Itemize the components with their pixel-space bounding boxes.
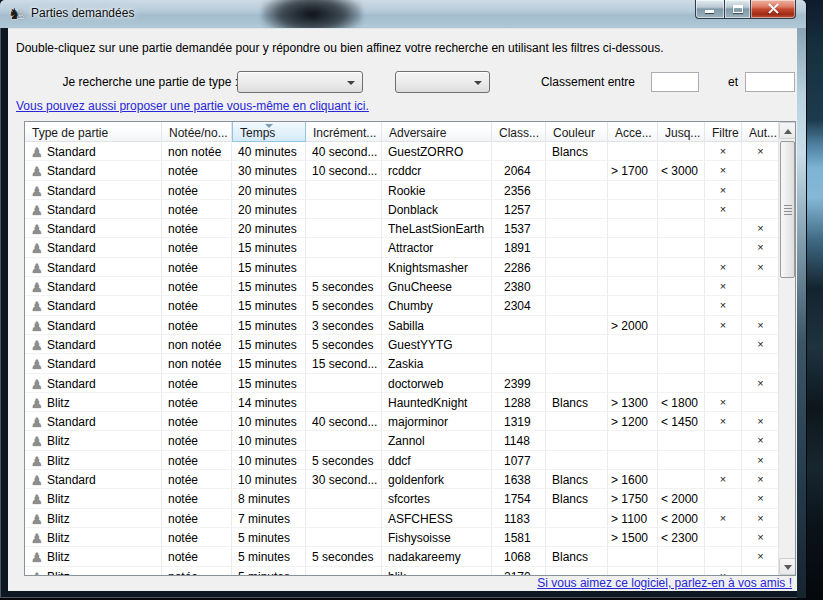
- table-row[interactable]: ♟Blitznotée8 minutessfcortes1754Blancs> …: [25, 489, 780, 508]
- cell-opponent: GnuCheese: [382, 277, 492, 296]
- chess-pawn-icon: ♟: [31, 455, 47, 468]
- cell-increment: 5 secondes: [306, 335, 382, 354]
- cell-filter: ×: [705, 161, 742, 180]
- column-header-8[interactable]: Jusq...: [658, 122, 705, 142]
- scrollbar-thumb[interactable]: [780, 141, 795, 278]
- maximize-button[interactable]: [724, 0, 751, 19]
- cell-rating: 2286: [492, 258, 546, 277]
- cell-to: < 1450: [658, 412, 705, 431]
- cell-filter: [705, 238, 742, 257]
- column-header-0[interactable]: Type de partie: [25, 122, 162, 142]
- chess-pawn-icon: ♟: [31, 165, 47, 178]
- cell-type: ♟Blitz: [25, 567, 162, 576]
- share-software-link[interactable]: Si vous aimez ce logiciel, parlez-en à v…: [537, 576, 792, 590]
- column-header-7[interactable]: Acce...: [608, 122, 658, 142]
- cell-filter: ×: [705, 181, 742, 200]
- table-row[interactable]: ♟Blitznotée10 minutes5 secondesddcf1077×: [25, 451, 780, 470]
- cell-time: 15 minutes: [232, 335, 306, 354]
- table-row[interactable]: ♟Standardnon notée40 minutes40 second...…: [25, 142, 780, 161]
- cell-from: [608, 431, 658, 450]
- cell-rated: notée: [162, 547, 232, 566]
- column-header-1[interactable]: Notée/no...: [162, 122, 232, 142]
- column-header-3[interactable]: Incrément...: [306, 122, 382, 142]
- game-subtype-select[interactable]: [395, 71, 490, 93]
- table-row[interactable]: ♟Standardnotée20 minutesDonblack1257×: [25, 200, 780, 219]
- parties-demandees-window: ♞ ♙ Parties demandées Double-cliquez sur…: [0, 0, 806, 598]
- table-row[interactable]: ♟Standardnotée15 minutes5 secondesGnuChe…: [25, 277, 780, 296]
- minimize-button[interactable]: [695, 0, 724, 19]
- chess-pawn-icon: ♟: [31, 493, 47, 506]
- table-row[interactable]: ♟Blitznotée10 minutesZannol1148×: [25, 431, 780, 450]
- table-row[interactable]: ♟Standardnon notée15 minutes5 secondesGu…: [25, 335, 780, 354]
- table-row[interactable]: ♟Standardnotée10 minutes40 second...majo…: [25, 412, 780, 431]
- chess-pawn-icon: ♟: [31, 378, 47, 391]
- game-type-select[interactable]: [237, 71, 363, 93]
- cell-filter: [705, 489, 742, 508]
- cell-from: > 1750: [608, 489, 658, 508]
- table-row[interactable]: ♟Standardnotée20 minutesRookie2356×: [25, 181, 780, 200]
- cell-increment: [306, 181, 382, 200]
- cell-color: [546, 412, 608, 431]
- column-header-5[interactable]: Class...: [492, 122, 546, 142]
- table-row[interactable]: ♟Blitznotée5 minutesblik2170×: [25, 567, 780, 576]
- cell-type: ♟Standard: [25, 219, 162, 238]
- cell-color: [546, 354, 608, 373]
- cell-time: 15 minutes: [232, 354, 306, 373]
- table-row[interactable]: ♟Blitznotée5 minutesFishysoisse1581> 150…: [25, 528, 780, 547]
- cell-filter: ×: [705, 316, 742, 335]
- cell-to: < 2000: [658, 509, 705, 528]
- vertical-scrollbar[interactable]: [778, 122, 795, 575]
- table-row[interactable]: ♟Standardnotée30 minutes10 second...rcdd…: [25, 161, 780, 180]
- table-row[interactable]: ♟Blitznotée14 minutesHauntedKnight1288Bl…: [25, 393, 780, 412]
- cell-rated: notée: [162, 374, 232, 393]
- cell-auto: ×: [742, 431, 780, 450]
- cell-filter: [705, 335, 742, 354]
- table-row[interactable]: ♟Standardnotée15 minutes3 secondesSabill…: [25, 316, 780, 335]
- table-row[interactable]: ♟Standardnotée15 minutesKnightsmasher228…: [25, 258, 780, 277]
- table-row[interactable]: ♟Standardnotée15 minutes5 secondesChumby…: [25, 296, 780, 315]
- cell-filter: [705, 219, 742, 238]
- cell-opponent: GuestYYTG: [382, 335, 492, 354]
- cell-increment: [306, 219, 382, 238]
- maximize-icon: [733, 5, 743, 13]
- column-header-6[interactable]: Couleur: [546, 122, 608, 142]
- cell-filter: ×: [705, 277, 742, 296]
- cell-time: 5 minutes: [232, 547, 306, 566]
- column-header-4[interactable]: Adversaire: [382, 122, 492, 142]
- table-row[interactable]: ♟Standardnotée15 minutesdoctorweb2399×: [25, 374, 780, 393]
- cell-type: ♟Standard: [25, 354, 162, 373]
- cell-color: [546, 277, 608, 296]
- table-row[interactable]: ♟Standardnon notée15 minutes15 second...…: [25, 354, 780, 373]
- scroll-up-button[interactable]: [779, 122, 796, 139]
- table-row[interactable]: ♟Standardnotée10 minutes30 second...gold…: [25, 470, 780, 489]
- cell-opponent: goldenfork: [382, 470, 492, 489]
- propose-game-link[interactable]: Vous pouvez aussi proposer une partie vo…: [16, 99, 369, 113]
- rating-min-input[interactable]: [651, 72, 699, 92]
- table-row[interactable]: ♟Blitznotée7 minutesASFCHESS1183> 1100< …: [25, 509, 780, 528]
- close-button[interactable]: [751, 0, 796, 19]
- cell-time: 15 minutes: [232, 296, 306, 315]
- titlebar[interactable]: ♞ ♙ Parties demandées: [0, 0, 806, 28]
- table-row[interactable]: ♟Standardnotée20 minutesTheLastSionEarth…: [25, 219, 780, 238]
- scroll-down-button[interactable]: [779, 558, 796, 575]
- column-header-9[interactable]: Filtre: [705, 122, 742, 142]
- cell-color: Blancs: [546, 489, 608, 508]
- rating-max-input[interactable]: [745, 72, 795, 92]
- cell-opponent: HauntedKnight: [382, 393, 492, 412]
- table-row[interactable]: ♟Standardnotée15 minutesAttractor1891×: [25, 238, 780, 257]
- cell-rated: notée: [162, 258, 232, 277]
- cell-increment: 15 second...: [306, 354, 382, 373]
- cell-rated: non notée: [162, 335, 232, 354]
- cell-opponent: Rookie: [382, 181, 492, 200]
- chess-pawn-icon: ♟: [31, 358, 47, 371]
- cell-to: [658, 277, 705, 296]
- table-row[interactable]: ♟Blitznotée5 minutes5 secondesnadakareem…: [25, 547, 780, 566]
- column-header-10[interactable]: Aut...: [742, 122, 780, 142]
- cell-auto: ×: [742, 451, 780, 470]
- cell-filter: [705, 431, 742, 450]
- column-header-2[interactable]: Temps: [232, 122, 306, 142]
- cell-rating: 2399: [492, 374, 546, 393]
- cell-to: [658, 258, 705, 277]
- cell-type: ♟Blitz: [25, 528, 162, 547]
- cell-time: 5 minutes: [232, 567, 306, 576]
